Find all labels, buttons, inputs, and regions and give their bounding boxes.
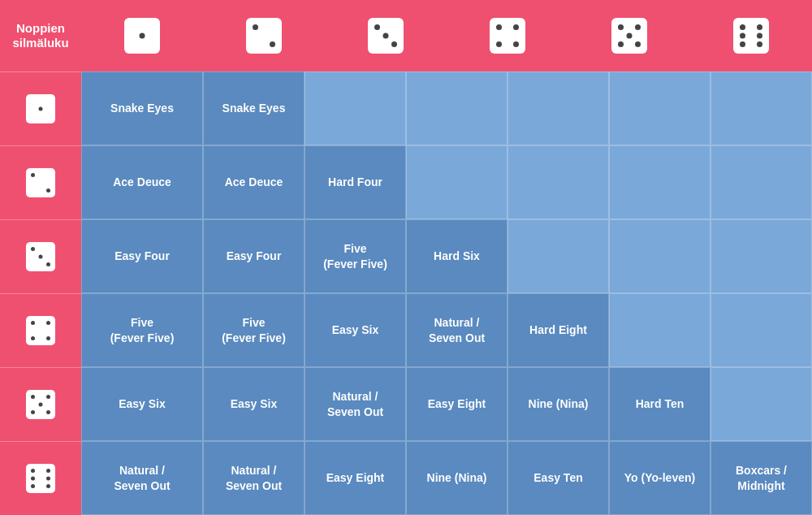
die-face-small (26, 316, 55, 345)
row-header-1: Snake Eyes (81, 71, 203, 145)
cell-2-3 (406, 145, 508, 219)
cell-3-4 (508, 219, 609, 293)
row-die-4 (0, 293, 81, 367)
grid-row-4: Five(Fever Five) Five(Fever Five) Easy S… (81, 293, 812, 367)
die-face (124, 18, 160, 54)
header-title: Noppien silmäluku (0, 0, 81, 71)
cell-5-4: Nine (Nina) (508, 367, 609, 441)
header-die-3 (325, 0, 447, 71)
cell-3-2: Five(Fever Five) (304, 219, 406, 293)
row-header-3: Easy Four (81, 219, 203, 293)
grid-area: Snake Eyes Snake Eyes Ace Deuce Ace Deuc… (81, 71, 812, 515)
cell-4-2: Easy Six (304, 293, 406, 367)
cell-5-3: Easy Eight (406, 367, 508, 441)
left-column (0, 71, 81, 515)
die-face-small (26, 242, 55, 271)
die-face (733, 18, 769, 54)
cell-3-3: Hard Six (406, 219, 508, 293)
row-die-6 (0, 441, 81, 515)
grid-row-6: Natural /Seven Out Natural /Seven Out Ea… (81, 441, 812, 515)
cell-4-1: Five(Fever Five) (203, 293, 304, 367)
row-die-3 (0, 219, 81, 293)
cell-2-2: Hard Four (304, 145, 406, 219)
cell-6-4: Easy Ten (508, 441, 609, 515)
row-die-5 (0, 367, 81, 441)
cell-2-4 (508, 145, 609, 219)
row-die-2 (0, 145, 81, 219)
row-header-6: Natural /Seven Out (81, 441, 203, 515)
cell-6-5: Yo (Yo-leven) (609, 441, 710, 515)
die-face-small (26, 390, 55, 419)
cell-1-4 (508, 71, 609, 145)
cell-1-2 (304, 71, 406, 145)
header-die-1 (81, 0, 203, 71)
die-face-small (26, 168, 55, 197)
cell-3-6 (710, 219, 812, 293)
cell-2-1: Ace Deuce (203, 145, 304, 219)
die-face-small (26, 464, 55, 493)
die-face-small (26, 94, 55, 123)
header-die-5 (568, 0, 690, 71)
cell-4-6 (710, 293, 812, 367)
grid-row-5: Easy Six Easy Six Natural /Seven Out Eas… (81, 367, 812, 441)
cell-3-1: Easy Four (203, 219, 304, 293)
row-header-5: Easy Six (81, 367, 203, 441)
header-die-6 (690, 0, 812, 71)
body: Snake Eyes Snake Eyes Ace Deuce Ace Deuc… (0, 71, 812, 515)
cell-1-5 (609, 71, 710, 145)
cell-3-5 (609, 219, 710, 293)
cell-5-1: Easy Six (203, 367, 304, 441)
die-face (246, 18, 282, 54)
cell-5-5: Hard Ten (609, 367, 710, 441)
main-container: Noppien silmäluku (0, 0, 812, 515)
cell-1-1: Snake Eyes (203, 71, 304, 145)
header-die-4 (447, 0, 568, 71)
cell-4-5 (609, 293, 710, 367)
cell-6-2: Easy Eight (304, 441, 406, 515)
cell-1-6 (710, 71, 812, 145)
cell-4-3: Natural /Seven Out (406, 293, 508, 367)
header-row: Noppien silmäluku (0, 0, 812, 71)
cell-5-2: Natural /Seven Out (304, 367, 406, 441)
header-die-2 (203, 0, 325, 71)
die-face (368, 18, 404, 54)
die-face (490, 18, 525, 54)
cell-5-6 (710, 367, 812, 441)
cell-2-6 (710, 145, 812, 219)
row-die-1 (0, 71, 81, 145)
grid-row-1: Snake Eyes Snake Eyes (81, 71, 812, 145)
row-header-4: Five(Fever Five) (81, 293, 203, 367)
die-face (611, 18, 647, 54)
cell-6-3: Nine (Nina) (406, 441, 508, 515)
cell-6-6: Boxcars /Midnight (710, 441, 812, 515)
cell-6-1: Natural /Seven Out (203, 441, 304, 515)
row-header-2: Ace Deuce (81, 145, 203, 219)
grid-row-3: Easy Four Easy Four Five(Fever Five) Har… (81, 219, 812, 293)
grid-row-2: Ace Deuce Ace Deuce Hard Four (81, 145, 812, 219)
cell-2-5 (609, 145, 710, 219)
cell-1-3 (406, 71, 508, 145)
cell-4-4: Hard Eight (508, 293, 609, 367)
